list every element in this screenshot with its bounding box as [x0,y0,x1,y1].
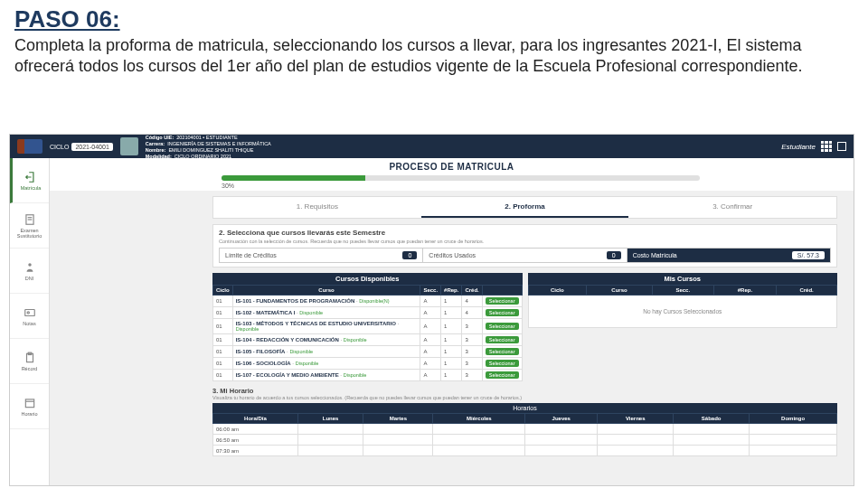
slide-description: Completa la proforma de matricula, selec… [0,33,868,87]
sidebar-item-label: Horario [21,411,37,417]
nombre-value: EMILI DOMINGUEZ SHALITI THIQUE [168,147,253,153]
sidebar-item-matricula[interactable]: Matrícula [10,158,49,203]
sidebar-item-notas[interactable]: Notas [10,294,49,339]
cred-cell: 3 [462,319,482,334]
col-header: Jueves [525,414,598,424]
cred-cell: 3 [462,334,482,346]
col-header: Secc. [652,286,713,296]
card-icon [24,306,36,319]
ciclo-cell: 01 [213,334,233,346]
svg-point-5 [27,311,29,313]
secc-cell: A [420,296,441,307]
slot-cell [674,424,750,435]
col-header: Lunes [297,414,363,424]
curso-cell: IS-101 · FUNDAMENTOS DE PROGRAMACIÓN · D… [232,296,420,307]
slot-cell [525,446,598,456]
cred-cell: 3 [462,346,482,358]
select-button[interactable]: Seleccionar [486,297,519,305]
person-icon [24,261,36,274]
carrera-value: INGENIERÍA DE SISTEMAS E INFORMÁTICA [167,141,271,146]
fullscreen-icon[interactable] [837,142,846,151]
tab-confirmar[interactable]: 3. Confirmar [628,197,836,218]
table-row: 01IS-103 · MÉTODOS Y TÉCNICAS DE ESTUDIO… [213,319,523,334]
slot-cell [525,435,598,446]
col-header: Martes [363,414,433,424]
ciclo-cell: 01 [213,346,233,358]
steps-tabs: 1. Requisitos 2. Proforma 3. Confirmar [212,196,837,219]
period-field: CICLO 2021-04001 [50,143,113,151]
col-header: Domingo [750,414,837,424]
apps-grid-icon[interactable] [821,141,832,152]
slot-cell [363,435,433,446]
costo-value: S/. 57.3 [792,251,825,259]
slot-cell [433,446,525,456]
tab-requisitos[interactable]: 1. Requisitos [213,197,421,218]
section-horario: 3. Mi Horario Visualiza tu horario de ac… [212,387,837,456]
rep-cell: 1 [441,307,462,319]
limite-label: Límite de Créditos [225,252,277,258]
slot-cell [674,446,750,456]
mycourses-empty: No hay Cursos Seleccionados [528,296,838,328]
mycourses-caption: Mis Cursos [528,273,838,285]
slot-cell [750,435,837,446]
col-header: Créd. [462,286,482,296]
rep-cell: 1 [441,358,462,370]
nombre-label: Nombre: [146,147,166,153]
rep-cell: 1 [441,370,462,381]
select-button[interactable]: Seleccionar [486,348,519,355]
slot-cell [750,446,837,456]
select-button[interactable]: Seleccionar [486,371,519,379]
secc-cell: A [420,346,441,358]
hour-cell: 06:00 am [213,424,298,435]
slide-title: PASO 06: [0,0,868,33]
cred-cell: 3 [462,358,482,370]
sidebar-item-label: DNI [25,276,33,281]
sidebar-item-horario[interactable]: Horario [10,384,49,429]
slot-cell [525,424,598,435]
col-header: Secc. [420,286,441,296]
codigo-value: 202104001 • ESTUDIANTE [176,135,237,140]
select-button[interactable]: Seleccionar [486,323,519,330]
section3-title: 3. Mi Horario [212,387,253,395]
svg-rect-8 [25,399,33,407]
col-header: #Rep. [713,286,777,296]
tab-proforma[interactable]: 2. Proforma [421,197,629,218]
clipboard-icon [24,352,36,364]
topbar-right: Estudiante [781,141,846,152]
select-button[interactable]: Seleccionar [486,336,519,343]
col-header: Sábado [674,414,750,424]
progress-percent: 30% [222,183,700,189]
slot-cell [433,435,525,446]
select-button[interactable]: Seleccionar [486,360,519,367]
usados-value: 0 [607,251,621,259]
codigo-label: Código UIE: [146,135,174,140]
main-content: PROCESO DE MATRICULA 30% 1. Requisitos 2… [50,158,854,485]
select-button[interactable]: Seleccionar [486,309,519,316]
ciclo-cell: 01 [213,296,233,307]
col-header: Créd. [777,286,837,296]
slot-cell [674,435,750,446]
slot-cell [598,424,674,435]
col-header: Curso [232,286,420,296]
progress-bar [222,175,700,181]
ciclo-cell: 01 [213,319,233,334]
app-screenshot: CICLO 2021-04001 Código UIE:202104001 • … [9,134,854,486]
costo-label: Costo Matrícula [633,252,677,258]
col-header: Ciclo [528,286,587,296]
curso-cell: IS-102 · MATEMÁTICA I · Disponible [232,307,420,319]
cred-cell: 4 [462,307,482,319]
horario-caption: Horarios [212,403,837,413]
role-label: Estudiante [781,143,816,151]
sidebar-item-examen[interactable]: Examen Sustitutorio [10,203,49,249]
limite-value: 0 [402,251,417,259]
curso-cell: IS-104 · REDACCIÓN Y COMUNICACIÓN · Disp… [232,334,420,346]
page-title: PROCESO DE MATRICULA [50,158,854,174]
curso-cell: IS-107 · ECOLOGÍA Y MEDIO AMBIENTE · Dis… [232,370,420,381]
hour-cell: 06:50 am [213,435,298,446]
sidebar-item-dni[interactable]: DNI [10,249,49,294]
sidebar-item-label: Matrícula [21,185,42,191]
calendar-icon [24,397,36,409]
unam-logo [17,139,42,154]
sidebar-item-record[interactable]: Récord [10,339,49,384]
table-row: 07:30 am [213,446,837,456]
